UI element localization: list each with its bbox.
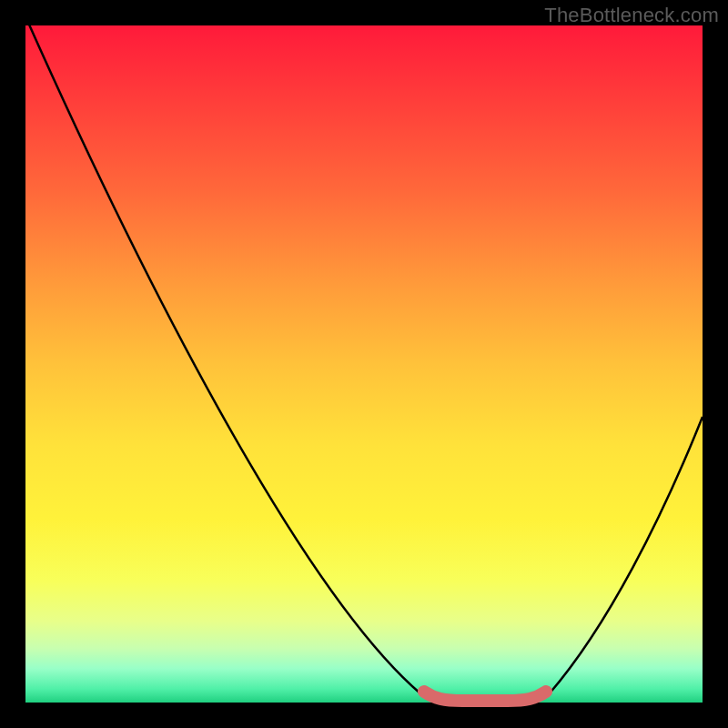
bottom-highlight [424,692,546,701]
chart-svg [25,25,703,703]
bottleneck-curve [25,16,703,703]
watermark-text: TheBottleneck.com [544,4,719,27]
chart-frame: TheBottleneck.com [0,0,728,728]
plot-area [25,25,703,703]
